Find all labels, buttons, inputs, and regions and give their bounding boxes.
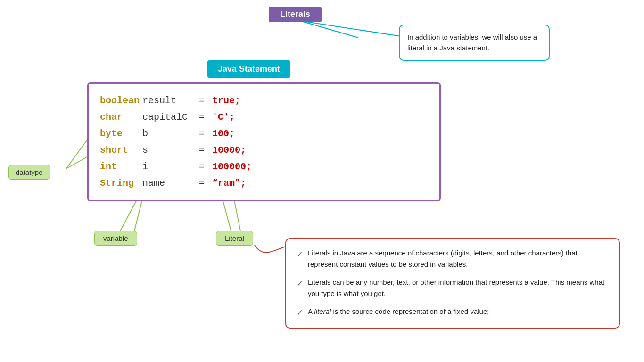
eq-3: = bbox=[199, 142, 205, 158]
svg-line-2 bbox=[66, 137, 90, 169]
datatype-string: String bbox=[100, 175, 142, 191]
datatype-int: int bbox=[100, 158, 142, 175]
code-line-6: String name = “ram”; bbox=[100, 175, 428, 191]
code-line-3: byte b = 100; bbox=[100, 125, 428, 142]
eq-2: = bbox=[199, 125, 205, 142]
code-line-5: int i = 100000; bbox=[100, 158, 428, 175]
checkmark-3: ✓ bbox=[297, 306, 303, 319]
varname-b: b bbox=[142, 125, 199, 142]
datatype-char: char bbox=[100, 109, 142, 125]
eq-5: = bbox=[199, 175, 205, 191]
checkmark-1: ✓ bbox=[297, 248, 303, 261]
tooltip-item-3: ✓ A literal is the source code represent… bbox=[297, 306, 609, 319]
literal-ram: “ram”; bbox=[212, 175, 246, 191]
tooltip-item-1: ✓ Literals in Java are a sequence of cha… bbox=[297, 247, 609, 270]
datatype-boolean: boolean bbox=[100, 92, 142, 109]
title-badge: Literals bbox=[269, 7, 322, 22]
code-line-4: short s = 10000; bbox=[100, 142, 428, 158]
label-literal: Literal bbox=[216, 231, 253, 246]
label-datatype: datatype bbox=[8, 165, 50, 180]
eq-0: = bbox=[199, 92, 205, 109]
code-line-2: char capitalC = 'C'; bbox=[100, 109, 428, 125]
datatype-short: short bbox=[100, 142, 142, 158]
code-line-1: boolean result = true; bbox=[100, 92, 428, 109]
varname-name: name bbox=[142, 175, 199, 191]
eq-4: = bbox=[199, 158, 205, 175]
literal-10000: 10000; bbox=[212, 142, 246, 158]
tooltip-bottom: ✓ Literals in Java are a sequence of cha… bbox=[285, 238, 620, 329]
datatype-byte: byte bbox=[100, 125, 142, 142]
label-variable: variable bbox=[94, 231, 137, 246]
tooltip-top-right: In addition to variables, we will also u… bbox=[399, 25, 550, 61]
literal-true: true; bbox=[212, 92, 240, 109]
code-box: boolean result = true; char capitalC = '… bbox=[87, 82, 441, 201]
svg-line-1 bbox=[300, 21, 410, 38]
literal-100: 100; bbox=[212, 125, 235, 142]
eq-1: = bbox=[199, 109, 205, 125]
varname-capitalC: capitalC bbox=[142, 109, 199, 125]
varname-s: s bbox=[142, 142, 199, 158]
svg-line-0 bbox=[300, 21, 358, 38]
literal-100000: 100000; bbox=[212, 158, 252, 175]
checkmark-2: ✓ bbox=[297, 277, 303, 290]
java-statement-badge: Java Statement bbox=[207, 60, 290, 78]
svg-line-3 bbox=[66, 156, 90, 169]
varname-result: result bbox=[142, 92, 199, 109]
varname-i: i bbox=[142, 158, 199, 175]
literal-C: 'C'; bbox=[212, 109, 235, 125]
tooltip-item-2: ✓ Literals can be any number, text, or o… bbox=[297, 277, 609, 299]
